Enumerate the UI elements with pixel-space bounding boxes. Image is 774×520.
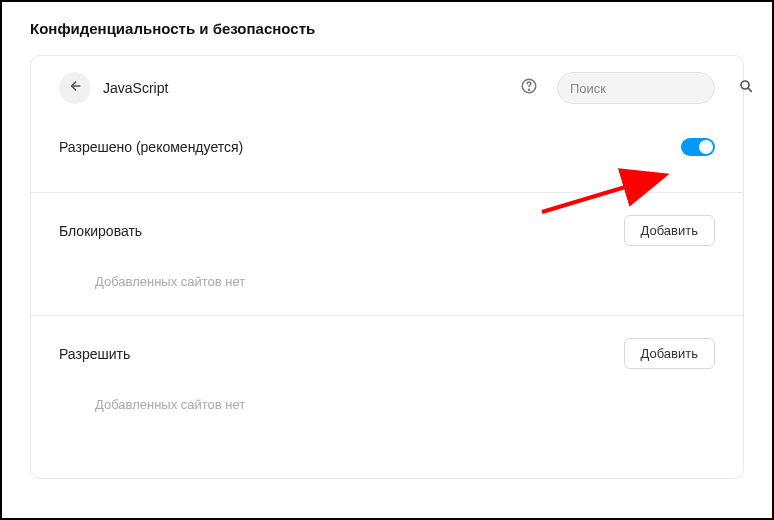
search-input[interactable] xyxy=(570,81,738,96)
search-box[interactable] xyxy=(557,72,715,104)
page-heading: Конфиденциальность и безопасность xyxy=(30,20,744,37)
divider xyxy=(31,315,743,316)
header-row: JavaScript xyxy=(59,72,715,104)
javascript-toggle[interactable] xyxy=(681,138,715,156)
toggle-label: Разрешено (рекомендуется) xyxy=(59,139,243,155)
arrow-left-icon xyxy=(67,78,83,98)
toggle-knob xyxy=(699,140,713,154)
allow-section-title: Разрешить xyxy=(59,346,130,362)
javascript-toggle-row: Разрешено (рекомендуется) xyxy=(59,138,715,156)
help-button[interactable] xyxy=(519,78,539,98)
search-icon xyxy=(738,78,754,98)
divider xyxy=(31,192,743,193)
svg-point-2 xyxy=(528,89,529,90)
svg-line-4 xyxy=(748,88,751,91)
settings-panel: JavaScript xyxy=(30,55,744,479)
back-button[interactable] xyxy=(59,72,91,104)
allow-section: Разрешить Добавить Добавленных сайтов не… xyxy=(59,338,715,412)
block-section: Блокировать Добавить Добавленных сайтов … xyxy=(59,215,715,289)
allow-add-button[interactable]: Добавить xyxy=(624,338,715,369)
block-add-button[interactable]: Добавить xyxy=(624,215,715,246)
block-empty-text: Добавленных сайтов нет xyxy=(59,274,715,289)
allow-empty-text: Добавленных сайтов нет xyxy=(59,397,715,412)
help-icon xyxy=(520,77,538,99)
block-section-title: Блокировать xyxy=(59,223,142,239)
page-title: JavaScript xyxy=(103,80,507,96)
